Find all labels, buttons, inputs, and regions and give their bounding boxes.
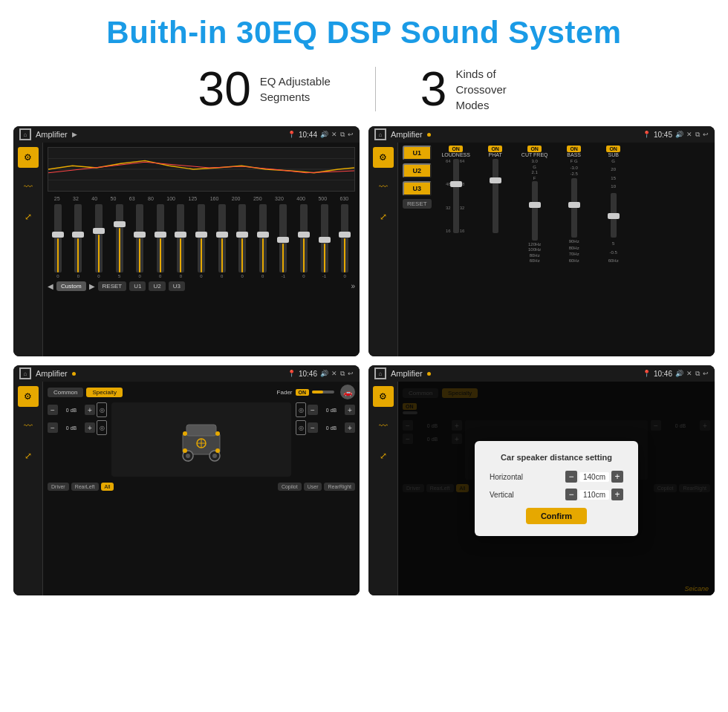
slider-100[interactable]: 0	[177, 204, 184, 278]
cx-phat-slider[interactable]	[493, 159, 498, 233]
sp-br-vol-row: ◎ − 0 dB +	[296, 420, 355, 435]
horizontal-minus[interactable]: −	[565, 471, 577, 483]
dist-expand-icon[interactable]: ⤢	[373, 445, 394, 466]
eq-custom-btn[interactable]: Custom	[56, 281, 86, 291]
slider-50[interactable]: 5	[116, 204, 123, 278]
sp-common-btn[interactable]: Common	[48, 388, 83, 397]
eq-more-arrow[interactable]: »	[351, 282, 355, 290]
sp-wave-icon[interactable]: 〰	[18, 416, 39, 437]
cx-tuner-icon[interactable]: ⚙	[373, 147, 394, 168]
cx-expand-icon[interactable]: ⤢	[373, 206, 394, 227]
cx-cutfreq-on[interactable]: ON	[527, 146, 542, 152]
sp-expand-icon[interactable]: ⤢	[18, 445, 39, 466]
eq-wave-icon[interactable]: 〰	[18, 177, 39, 197]
sp-home-icon[interactable]: ⌂	[19, 368, 31, 379]
eq-bottom-bar: ◀ Custom ▶ RESET U1 U2 U3 »	[48, 281, 355, 291]
sp-br-db: 0 dB	[319, 425, 343, 431]
slider-200[interactable]: 0	[238, 204, 246, 278]
eq-screen: ⌂ Amplifier ▶ 📍 10:44 🔊 ✕ ⧉ ↩ ⚙ 〰 ⤢	[13, 126, 360, 356]
cx-phat-on[interactable]: ON	[488, 146, 502, 152]
eq-u1-btn[interactable]: U1	[129, 281, 146, 291]
sp-tr-speaker: ◎	[296, 402, 306, 417]
sp-tr-minus[interactable]: −	[308, 405, 318, 415]
sp-tuner-icon[interactable]: ⚙	[18, 386, 39, 407]
cx-bass-on[interactable]: ON	[567, 146, 581, 152]
slider-63[interactable]: 0	[136, 204, 143, 278]
sp-rearright-btn[interactable]: RearRight	[324, 483, 355, 491]
cx-cutfreq-title: CUT FREQ	[521, 152, 548, 157]
horizontal-label: Horizontal	[490, 473, 523, 481]
cx-wave-icon[interactable]: 〰	[373, 177, 394, 197]
slider-250[interactable]: 0	[259, 204, 267, 278]
sp-back-icon: ↩	[348, 370, 354, 377]
dist-wave-icon[interactable]: 〰	[373, 416, 394, 437]
eq-reset-btn[interactable]: RESET	[98, 281, 127, 291]
sp-tl-minus[interactable]: −	[48, 405, 58, 415]
sp-tr-plus[interactable]: +	[345, 405, 355, 415]
eq-screen-body: ⚙ 〰 ⤢ 2532405063	[13, 143, 360, 356]
slider-25[interactable]: 0	[54, 204, 62, 278]
sp-car-diagram	[111, 402, 291, 477]
dialog-overlay: Car speaker distance setting Horizontal …	[398, 382, 715, 595]
confirm-button[interactable]: Confirm	[526, 508, 587, 524]
eq-tuner-icon[interactable]: ⚙	[18, 147, 39, 168]
slider-400[interactable]: 0	[300, 204, 308, 278]
cx-cutfreq-slider[interactable]	[532, 181, 538, 241]
slider-40[interactable]: 0	[95, 204, 103, 278]
slider-630[interactable]: 0	[341, 204, 348, 278]
sp-specialty-btn[interactable]: Specialty	[86, 388, 122, 397]
sp-br-minus[interactable]: −	[308, 422, 318, 433]
vertical-plus[interactable]: +	[611, 489, 623, 500]
cx-sub-slider[interactable]	[611, 193, 617, 238]
eq-status-icons: ▶	[72, 131, 77, 138]
eq-prev-arrow[interactable]: ◀	[48, 282, 53, 290]
slider-125[interactable]: 0	[198, 204, 205, 278]
sp-user-btn[interactable]: User	[304, 483, 322, 491]
sp-bl-minus[interactable]: −	[48, 422, 58, 433]
stats-row: 30 EQ Adjustable Segments 3 Kinds of Cro…	[0, 65, 728, 113]
sp-tl-plus[interactable]: +	[85, 405, 95, 415]
dist-time: 10:46	[654, 370, 672, 378]
cx-sub-on[interactable]: ON	[606, 146, 620, 152]
cx-loudness-slider[interactable]	[453, 159, 459, 233]
vertical-minus[interactable]: −	[565, 489, 577, 500]
dist-back-icon: ↩	[703, 370, 709, 377]
eq-u2-btn[interactable]: U2	[149, 281, 165, 291]
slider-320[interactable]: -1	[279, 204, 287, 278]
sp-copilot-btn[interactable]: Copilot	[278, 483, 302, 491]
cx-sidebar: ⚙ 〰 ⤢	[368, 143, 398, 356]
slider-80[interactable]: 0	[157, 204, 164, 278]
cx-u3-btn[interactable]: U3	[403, 181, 432, 196]
eq-next-arrow[interactable]: ▶	[89, 282, 95, 290]
eq-u3-btn[interactable]: U3	[169, 281, 185, 291]
cx-u1-btn[interactable]: U1	[403, 146, 432, 160]
cx-reset-btn[interactable]: RESET	[403, 199, 432, 209]
fader-slider[interactable]	[312, 391, 334, 393]
slider-32[interactable]: 0	[74, 204, 82, 278]
dist-home-icon[interactable]: ⌂	[374, 368, 386, 379]
sp-driver-btn[interactable]: Driver	[48, 483, 69, 491]
cx-bass-slider[interactable]	[571, 178, 577, 238]
cx-u-buttons: U1 U2 U3 RESET	[403, 146, 432, 209]
fader-on-badge[interactable]: ON	[296, 389, 310, 396]
dist-window-icon: ⧉	[695, 370, 700, 378]
sp-br-plus[interactable]: +	[345, 422, 355, 433]
dist-tuner-icon[interactable]: ⚙	[373, 386, 394, 407]
sp-rearleft-btn[interactable]: RearLeft	[71, 483, 99, 491]
cx-home-icon[interactable]: ⌂	[374, 128, 386, 140]
slider-500[interactable]: -1	[321, 204, 328, 278]
eq-expand-icon[interactable]: ⤢	[18, 206, 39, 227]
horizontal-plus[interactable]: +	[611, 471, 623, 483]
cx-back-icon: ↩	[703, 131, 709, 138]
cx-u2-btn[interactable]: U2	[403, 163, 432, 178]
cx-cutfreq-col: ON CUT FREQ 3.0 G 2.1 F	[516, 146, 553, 263]
home-icon[interactable]: ⌂	[19, 128, 31, 140]
sp-bl-plus[interactable]: +	[85, 422, 95, 433]
sp-bl-speaker: ◎	[97, 420, 107, 435]
dist-main-content: Common Specialty ON − 0 dB +	[398, 382, 715, 595]
sp-all-btn[interactable]: All	[101, 483, 114, 491]
status-bar-sp: ⌂ Amplifier 📍 10:46 🔊 ✕ ⧉ ↩	[13, 365, 360, 382]
eq-time: 10:44	[299, 131, 317, 139]
cx-loudness-on[interactable]: ON	[449, 146, 463, 152]
slider-160[interactable]: 0	[218, 204, 226, 278]
